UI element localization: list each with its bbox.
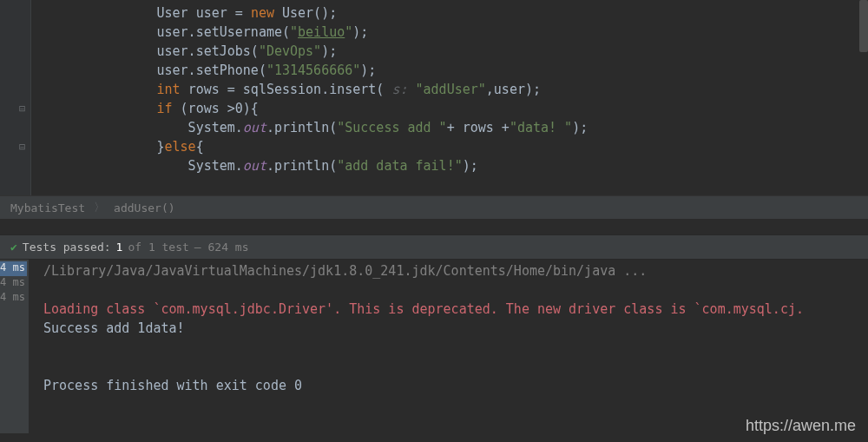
code-token: System. [157, 158, 243, 174]
test-status-bar: ✔ Tests passed: 1 of 1 test – 624 ms [0, 234, 868, 260]
breadcrumb-class[interactable]: MybatisTest [10, 201, 85, 214]
code-line[interactable]: user.setUsername("beiluo"); [31, 23, 868, 42]
code-token: new [251, 5, 282, 21]
tests-duration: – 624 ms [194, 241, 249, 254]
code-token: out [243, 158, 266, 174]
editor-gutter: ⊟ ⊟ [0, 0, 31, 195]
code-token: rows = sqlSession.insert( [188, 82, 392, 97]
code-token: else [165, 139, 196, 155]
code-token: User [157, 5, 196, 21]
console-exit-line: Process finished with exit code 0 [43, 378, 302, 393]
chevron-right-icon: 〉 [94, 200, 105, 215]
code-token: s: [391, 82, 415, 97]
editor-scrollbar[interactable] [859, 0, 868, 52]
code-token: ); [352, 24, 368, 40]
code-token: "Success add " [337, 120, 446, 135]
code-token: System. [157, 120, 243, 135]
code-token: "data! " [510, 120, 572, 135]
code-token: int [157, 82, 188, 97]
code-token: { [196, 139, 204, 155]
run-panel: 4 ms 4 ms 4 ms /Library/Java/JavaVirtual… [0, 260, 868, 433]
code-token: ){ [243, 101, 259, 116]
code-area[interactable]: User user = new User(); user.setUsername… [31, 3, 868, 175]
code-token: + rows + [447, 120, 510, 135]
timing-row[interactable]: 4 ms [0, 261, 27, 276]
code-token: "DevOps" [259, 43, 321, 59]
code-token: user.setPhone( [157, 63, 266, 78]
test-timing-column[interactable]: 4 ms 4 ms 4 ms [0, 260, 30, 433]
code-line[interactable]: if (rows >0){ [31, 99, 868, 118]
code-token: "1314566666" [266, 63, 360, 78]
code-token: 0 [235, 101, 243, 116]
code-token: user.setJobs( [157, 43, 259, 59]
code-token: User(); [282, 5, 337, 21]
tests-passed-count: 1 [116, 241, 123, 254]
console-warning-line: Loading class `com.mysql.jdbc.Driver'. T… [43, 301, 804, 317]
check-icon: ✔ [10, 241, 17, 254]
code-token: "addUser" [416, 82, 486, 97]
code-token: "add data fail!" [337, 158, 463, 174]
tests-passed-label: Tests passed: [23, 241, 111, 254]
code-token: (rows > [181, 101, 235, 116]
code-token: .println( [266, 120, 337, 135]
code-token: ); [572, 120, 588, 135]
timing-row[interactable]: 4 ms [0, 276, 27, 291]
breadcrumb[interactable]: MybatisTest 〉 addUser() [0, 195, 868, 219]
code-token: if [157, 101, 181, 116]
code-token: ); [463, 158, 478, 174]
code-token: user = [196, 5, 251, 21]
code-token: user.setUsername( [157, 24, 291, 40]
code-line[interactable]: User user = new User(); [31, 3, 868, 23]
code-token: " [345, 24, 352, 40]
code-token: beiluo [298, 24, 345, 40]
console-stdout-line: Success add 1data! [43, 320, 193, 336]
code-token: ,user); [486, 82, 541, 97]
breadcrumb-method[interactable]: addUser() [114, 201, 174, 214]
fold-mark-icon[interactable]: ⊟ [19, 141, 25, 153]
code-editor[interactable]: ⊟ ⊟ User user = new User(); user.setUser… [0, 0, 868, 195]
code-token: " [290, 24, 298, 40]
code-line[interactable]: user.setJobs("DevOps"); [31, 42, 868, 61]
fold-mark-icon[interactable]: ⊟ [19, 102, 25, 115]
console-output[interactable]: /Library/Java/JavaVirtualMachines/jdk1.8… [30, 260, 868, 433]
code-line[interactable]: System.out.println("Success add "+ rows … [31, 118, 868, 137]
code-token: ); [360, 63, 376, 78]
code-token: } [157, 139, 165, 155]
timing-row[interactable]: 4 ms [0, 291, 27, 306]
code-line[interactable]: user.setPhone("1314566666"); [31, 61, 868, 80]
console-cmd-line: /Library/Java/JavaVirtualMachines/jdk1.8… [43, 263, 647, 279]
code-line[interactable]: System.out.println("add data fail!"); [31, 156, 868, 175]
watermark: https://awen.me [746, 417, 856, 435]
code-line[interactable]: }else{ [31, 137, 868, 156]
code-line[interactable]: int rows = sqlSession.insert( s: "addUse… [31, 80, 868, 99]
code-token: ); [321, 43, 337, 59]
code-token: out [243, 120, 266, 135]
code-token: .println( [266, 158, 337, 174]
tests-of-label: of 1 test [128, 241, 188, 254]
